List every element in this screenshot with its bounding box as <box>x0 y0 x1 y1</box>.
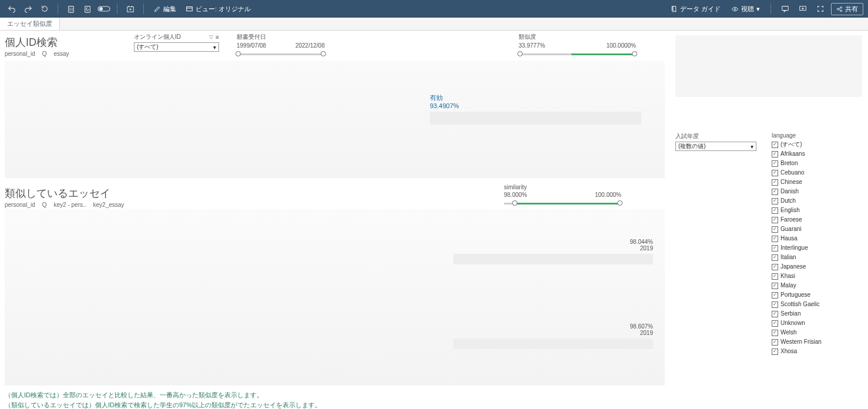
language-item[interactable]: ✓Cebuano <box>772 168 862 177</box>
valid-percent: 93.4907% <box>430 102 659 109</box>
language-filter-label: language <box>772 132 862 139</box>
language-item[interactable]: ✓English <box>772 206 862 215</box>
language-item[interactable]: ✓Welsh <box>772 328 862 337</box>
metric-row-2: 98.607% 2019 <box>442 323 659 349</box>
tab-essay-similarity[interactable]: エッセイ類似度 <box>0 18 60 30</box>
bar-placeholder <box>430 112 641 125</box>
language-item[interactable]: ✓Xhosa <box>772 347 862 356</box>
language-item[interactable]: ✓(すべて) <box>772 140 862 149</box>
checkbox-icon: ✓ <box>772 142 778 148</box>
language-item[interactable]: ✓Serbian <box>772 309 862 319</box>
comment-icon[interactable] <box>778 2 792 16</box>
checkbox-icon: ✓ <box>772 207 778 214</box>
svg-point-6 <box>734 8 735 9</box>
view-button[interactable]: ビュー: オリジナル <box>182 2 254 16</box>
viz-section2: 98.044% 2019 98.607% 2019 <box>5 209 665 385</box>
language-item[interactable]: ✓Afrikaans <box>772 149 862 159</box>
checkbox-icon: ✓ <box>772 160 778 167</box>
download-icon[interactable] <box>796 2 810 16</box>
chevron-down-icon: ▾ <box>756 5 760 13</box>
data-guide-button[interactable]: データ ガイド <box>667 2 724 16</box>
checkbox-icon: ✓ <box>772 254 778 261</box>
valid-label: 有効 <box>430 93 659 102</box>
redo-icon[interactable] <box>21 2 35 16</box>
language-item[interactable]: ✓Danish <box>772 187 862 196</box>
online-id-dropdown[interactable]: (すべて)▾ <box>134 42 219 52</box>
section2-headers: personal_id Q key2 - pers.. key2_essay <box>5 202 298 208</box>
section2-title: 類似しているエッセイ <box>5 186 298 200</box>
language-item[interactable]: ✓Western Frisian <box>772 337 862 347</box>
checkbox-icon: ✓ <box>772 283 778 289</box>
svg-rect-7 <box>782 6 789 11</box>
language-list: ✓(すべて)✓Afrikaans✓Breton✓Cebuano✓Chinese✓… <box>772 140 862 356</box>
refresh-data-icon[interactable] <box>80 2 95 16</box>
autorefresh-icon[interactable] <box>97 2 111 16</box>
svg-point-11 <box>840 9 842 11</box>
similarity-bottom-slider[interactable] <box>504 199 621 207</box>
language-item[interactable]: ✓Italian <box>772 253 862 262</box>
checkbox-icon: ✓ <box>772 189 778 195</box>
checkbox-icon: ✓ <box>772 301 778 308</box>
chevron-down-icon: ▾ <box>213 44 216 51</box>
receipt-date-slider[interactable] <box>237 50 325 58</box>
language-item[interactable]: ✓Hausa <box>772 234 862 243</box>
pause-icon[interactable] <box>64 2 78 16</box>
sheet-tabs: エッセイ類似度 <box>0 18 868 31</box>
language-item[interactable]: ✓Japanese <box>772 262 862 271</box>
section1-headers: personal_id Q essay <box>5 51 116 57</box>
menu-icon[interactable]: ≡ <box>216 34 219 41</box>
checkbox-icon: ✓ <box>772 217 778 223</box>
watch-button[interactable]: 視聴▾ <box>728 2 763 16</box>
similarity-bottom-label: similarity <box>504 184 621 190</box>
viz-section1: 有効 93.4907% <box>5 61 665 178</box>
svg-point-3 <box>100 8 103 11</box>
language-item[interactable]: ✓Chinese <box>772 177 862 187</box>
top-toolbar: 編集 ビュー: オリジナル データ ガイド 視聴▾ 共有 <box>0 0 868 18</box>
footer-notes: （個人ID検索では）全部のエッセイと比較した結果、一番高かった類似度を表示します… <box>5 390 665 409</box>
funnel-icon: ▽ <box>209 34 213 40</box>
sidebar-placeholder <box>675 35 862 97</box>
language-item[interactable]: ✓Breton <box>772 159 862 168</box>
language-item[interactable]: ✓Khasi <box>772 271 862 281</box>
checkbox-icon: ✓ <box>772 348 778 355</box>
svg-point-10 <box>840 6 842 8</box>
share-button[interactable]: 共有 <box>831 3 863 15</box>
similarity-top-label: 類似度 <box>519 33 636 41</box>
checkbox-icon: ✓ <box>772 320 778 327</box>
language-item[interactable]: ✓Malay <box>772 281 862 290</box>
new-worksheet-icon[interactable] <box>123 2 137 16</box>
language-item[interactable]: ✓Scottish Gaelic <box>772 300 862 309</box>
language-item[interactable]: ✓Guarani <box>772 224 862 234</box>
checkbox-icon: ✓ <box>772 245 778 252</box>
checkbox-icon: ✓ <box>772 226 778 233</box>
similarity-top-slider[interactable] <box>519 50 636 58</box>
sidebar: 入試年度 (複数の値)▾ language ✓(すべて)✓Afrikaans✓B… <box>669 31 868 409</box>
fullscreen-icon[interactable] <box>813 2 827 16</box>
year-dropdown[interactable]: (複数の値)▾ <box>675 142 756 151</box>
checkbox-icon: ✓ <box>772 236 778 242</box>
checkbox-icon: ✓ <box>772 151 778 157</box>
checkbox-icon: ✓ <box>772 179 778 186</box>
language-item[interactable]: ✓Unknown <box>772 319 862 328</box>
online-id-filter-label: オンライン個人ID ▽ ≡ <box>134 33 219 41</box>
checkbox-icon: ✓ <box>772 339 778 346</box>
edit-button[interactable]: 編集 <box>150 2 180 16</box>
revert-icon[interactable] <box>38 2 52 16</box>
chevron-down-icon: ▾ <box>751 143 753 150</box>
svg-rect-1 <box>85 6 90 13</box>
svg-rect-5 <box>187 6 193 11</box>
language-item[interactable]: ✓Dutch <box>772 196 862 206</box>
checkbox-icon: ✓ <box>772 264 778 270</box>
language-item[interactable]: ✓Faroese <box>772 215 862 224</box>
undo-icon[interactable] <box>5 2 19 16</box>
language-item[interactable]: ✓Portuguese <box>772 290 862 300</box>
svg-rect-0 <box>69 6 74 13</box>
language-item[interactable]: ✓Interlingue <box>772 243 862 253</box>
checkbox-icon: ✓ <box>772 273 778 280</box>
checkbox-icon: ✓ <box>772 170 778 176</box>
metric-row-1: 98.044% 2019 <box>442 239 659 264</box>
checkbox-icon: ✓ <box>772 330 778 336</box>
year-filter-label: 入試年度 <box>675 132 766 140</box>
checkbox-icon: ✓ <box>772 198 778 204</box>
checkbox-icon: ✓ <box>772 292 778 299</box>
